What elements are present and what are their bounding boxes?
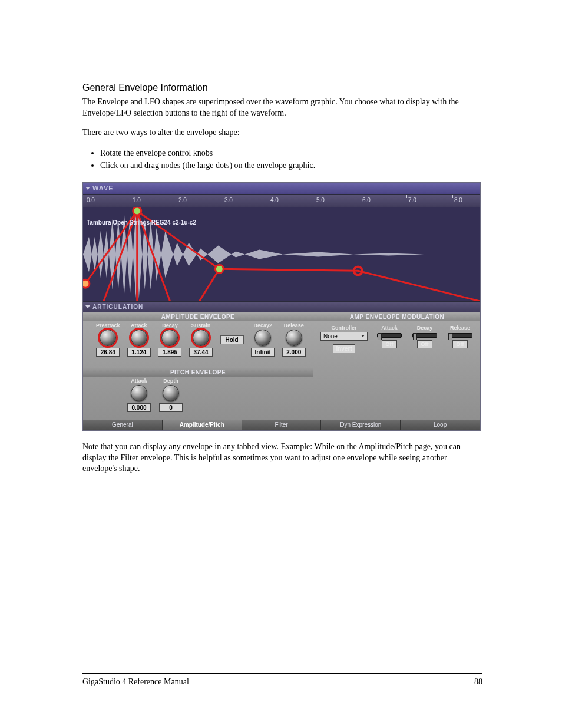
articulation-tabs: General Amplitude/Pitch Filter Dyn Expre… — [83, 420, 480, 430]
knob-label: Sustain — [187, 322, 216, 328]
release-knob-col: Release 2.000 — [279, 322, 308, 357]
empty-panel — [313, 368, 481, 419]
wave-panel-label: WAVE — [92, 185, 114, 192]
chevron-down-icon — [361, 335, 365, 337]
articulation-panel-header[interactable]: ARTICULATION — [83, 302, 480, 312]
envelope-node[interactable] — [83, 279, 90, 288]
para-2: There are two ways to alter the envelope… — [82, 127, 482, 139]
sustain-value[interactable]: 37.44 — [189, 348, 213, 357]
tab-dyn-expression[interactable]: Dyn Expression — [321, 420, 401, 430]
hold-button[interactable]: Hold — [220, 335, 244, 344]
decay2-knob-col: Decay2 Infinit — [249, 322, 277, 357]
ruler-tick: 5.0 — [316, 197, 325, 203]
pitch-attack-knob-col: Attack 0.000 — [124, 378, 154, 412]
pitch-depth-knob[interactable] — [163, 385, 179, 401]
knob-label: Depth — [156, 378, 186, 384]
pitch-envelope-title: PITCH ENVELOPE — [83, 368, 313, 377]
list-item: Rotate the envelope control knobs — [100, 147, 482, 159]
pitch-depth-value[interactable]: 0 — [159, 403, 183, 412]
pitch-envelope-section: PITCH ENVELOPE Attack 0.000 Depth 0 — [83, 368, 313, 412]
amplitude-envelope-section: AMPLITUDE ENVELOPE Preattack 26.84 Attac… — [83, 312, 313, 357]
mod-release-off[interactable]: Off — [452, 340, 468, 348]
decay2-knob[interactable] — [254, 330, 271, 346]
time-ruler[interactable]: 0.0 1.0 2.0 3.0 4.0 5.0 6.0 7.0 8.0 — [83, 195, 480, 207]
tab-general[interactable]: General — [83, 420, 163, 430]
controller-dropdown-value: None — [323, 333, 338, 340]
sustain-knob-col: Sustain 37.44 — [187, 322, 216, 357]
knob-label: Decay2 — [249, 322, 277, 328]
waveform-name-label: Tambura Open Strings REG24 c2-1u-c2 — [87, 219, 196, 226]
pitch-attack-knob[interactable] — [131, 385, 147, 401]
invert-button[interactable]: Invert — [333, 344, 355, 353]
mod-col-label: Release — [447, 325, 474, 331]
list-item: Click on and drag nodes (the large dots)… — [100, 159, 482, 172]
envelope-node[interactable] — [215, 265, 223, 273]
footer-doc-title: GigaStudio 4 Reference Manual — [82, 677, 189, 687]
mod-decay-slider[interactable] — [412, 333, 437, 338]
attack-knob[interactable] — [131, 330, 147, 346]
mod-attack-slider[interactable] — [377, 333, 402, 338]
gigastudio-screenshot: WAVE 0.0 1.0 2.0 3.0 4.0 5.0 6.0 7.0 8.0… — [82, 182, 481, 431]
attack-knob-col: Attack 1.124 — [125, 322, 154, 357]
ruler-tick: 4.0 — [270, 197, 279, 203]
articulation-controls: AMPLITUDE ENVELOPE Preattack 26.84 Attac… — [83, 312, 480, 430]
waveform-display[interactable]: Tambura Open Strings REG24 c2-1u-c2 — [83, 207, 480, 302]
articulation-panel-label: ARTICULATION — [92, 304, 143, 310]
ruler-tick: 7.0 — [408, 197, 416, 203]
release-knob[interactable] — [286, 330, 302, 346]
preattack-knob-col: Preattack 26.84 — [94, 322, 123, 357]
mod-attack-off[interactable]: Off — [382, 340, 397, 348]
mod-col-label: Decay — [411, 325, 438, 331]
para-1: The Envelope and LFO shapes are superimp… — [82, 97, 482, 119]
tab-amplitude-pitch[interactable]: Amplitude/Pitch — [163, 420, 242, 430]
modulation-title: AMP ENVELOPE MODULATION — [313, 312, 481, 321]
preattack-knob[interactable] — [100, 330, 116, 346]
knob-label: Preattack — [94, 322, 123, 328]
tab-loop[interactable]: Loop — [401, 420, 480, 430]
release-value[interactable]: 2.000 — [282, 348, 306, 357]
wave-panel-header[interactable]: WAVE — [83, 183, 480, 195]
ruler-tick: 1.0 — [133, 197, 141, 203]
hold-col: Hold — [217, 322, 246, 344]
section-heading: General Envelope Information — [82, 83, 482, 93]
controller-label: Controller — [320, 325, 368, 331]
para-3: Note that you can display any envelope i… — [82, 442, 482, 475]
ruler-tick: 3.0 — [224, 197, 233, 203]
controller-dropdown[interactable]: None — [320, 332, 368, 341]
mod-release-slider[interactable] — [448, 333, 472, 338]
sustain-knob[interactable] — [193, 330, 209, 346]
knob-label: Release — [279, 322, 308, 328]
amplitude-envelope-title: AMPLITUDE ENVELOPE — [83, 312, 313, 321]
decay-knob[interactable] — [161, 330, 178, 346]
page-footer: GigaStudio 4 Reference Manual 88 — [82, 673, 482, 687]
pitch-attack-value[interactable]: 0.000 — [127, 403, 151, 412]
tab-filter[interactable]: Filter — [242, 420, 322, 430]
ruler-tick: 6.0 — [362, 197, 371, 203]
decay2-value[interactable]: Infinit — [251, 348, 275, 357]
ruler-tick: 0.0 — [87, 197, 95, 203]
preattack-value[interactable]: 26.84 — [96, 348, 120, 357]
collapse-triangle-icon[interactable] — [85, 305, 90, 308]
decay-knob-col: Decay 1.895 — [156, 322, 184, 357]
knob-label: Attack — [124, 378, 154, 384]
amp-envelope-modulation-section: AMP ENVELOPE MODULATION Controller None … — [313, 312, 481, 353]
ruler-tick: 8.0 — [454, 197, 462, 203]
envelope-node[interactable] — [133, 207, 141, 215]
knob-label: Attack — [125, 322, 154, 328]
envelope-methods-list: Rotate the envelope control knobs Click … — [100, 147, 482, 172]
ruler-tick: 2.0 — [178, 197, 187, 203]
svg-line-3 — [199, 269, 219, 301]
collapse-triangle-icon[interactable] — [85, 187, 90, 190]
mod-decay-off[interactable]: Off — [417, 340, 432, 348]
decay-value[interactable]: 1.895 — [158, 348, 181, 357]
attack-value[interactable]: 1.124 — [127, 348, 151, 357]
pitch-depth-knob-col: Depth 0 — [156, 378, 186, 412]
mod-col-label: Attack — [376, 325, 403, 331]
knob-label: Decay — [156, 322, 184, 328]
footer-page-number: 88 — [474, 677, 482, 687]
